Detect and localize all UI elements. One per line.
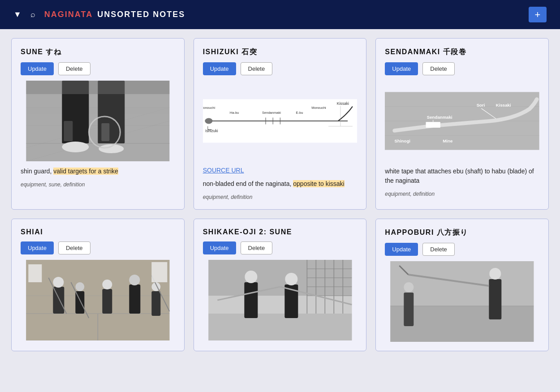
sune-image-wrapper (21, 81, 175, 161)
svg-text:Mine: Mine (443, 138, 453, 143)
happoburi-image-wrapper (385, 261, 539, 342)
ishizuki-delete-button[interactable]: Delete (241, 62, 273, 75)
svg-point-55 (102, 280, 112, 289)
svg-point-57 (129, 275, 140, 285)
svg-rect-37 (426, 122, 440, 128)
card-shiai-buttons: Update Delete (21, 241, 175, 254)
filter-icon[interactable]: ▼ (13, 10, 22, 19)
card-shiai-title: SHIAI (21, 228, 175, 236)
sendanmaki-image-wrapper: Sendanmaki Sori Shinogi Mine Kissaki (385, 81, 539, 161)
sendanmaki-tags: equipment, definition (385, 191, 539, 197)
svg-rect-63 (28, 264, 42, 282)
svg-text:E-bu: E-bu (296, 111, 303, 115)
svg-point-92 (404, 282, 414, 292)
svg-text:Ishizuki: Ishizuki (205, 129, 218, 133)
svg-text:Monouchi: Monouchi (311, 106, 326, 110)
happoburi-image (385, 261, 539, 342)
svg-rect-11 (64, 121, 73, 141)
svg-point-9 (62, 142, 89, 152)
shiai-image (21, 260, 175, 340)
svg-text:Sendanmaki: Sendanmaki (262, 111, 281, 115)
svg-point-17 (205, 118, 212, 124)
svg-point-81 (285, 273, 297, 285)
ishizuki-diagram: Kissaki Monouchi Monouchi Ha-bu Sendanma… (203, 81, 358, 161)
svg-text:Sendanmaki: Sendanmaki (427, 115, 452, 120)
header-title: NAGINATA UNSORTED NOTES (44, 10, 185, 19)
shikake-update-button[interactable]: Update (203, 241, 236, 254)
cards-grid: SUNE すね Update Delete (11, 38, 549, 351)
card-sune-buttons: Update Delete (21, 62, 175, 75)
card-ishizuki: ISHIZUKI 石突 Update Delete (194, 38, 367, 210)
svg-point-53 (75, 282, 84, 291)
happoburi-delete-button[interactable]: Delete (422, 243, 455, 256)
sune-update-button[interactable]: Update (21, 62, 54, 75)
sendanmaki-description: white tape that attaches ebu (shaft) to … (385, 167, 539, 185)
svg-text:Ha-bu: Ha-bu (229, 111, 238, 115)
card-happoburi-title: HAPPOBURI 八方振り (385, 228, 539, 237)
ishizuki-description: non-bladed end of the naginata, opposite… (203, 179, 358, 189)
card-ishizuki-title: ISHIZUKI 石突 (203, 47, 358, 57)
card-shiai: SHIAI Update Delete (11, 219, 185, 351)
svg-rect-67 (208, 314, 352, 340)
card-ishizuki-buttons: Update Delete (203, 62, 358, 75)
svg-text:Sori: Sori (477, 103, 485, 108)
svg-rect-78 (244, 282, 258, 318)
ishizuki-tags: equipment, definition (203, 194, 358, 200)
card-sune: SUNE すね Update Delete (11, 38, 185, 210)
sune-delete-button[interactable]: Delete (58, 62, 90, 75)
shikake-delete-button[interactable]: Delete (241, 241, 273, 254)
svg-rect-91 (404, 293, 414, 326)
search-icon[interactable]: ⌕ (30, 10, 35, 19)
svg-point-51 (53, 277, 64, 288)
shiai-delete-button[interactable]: Delete (58, 241, 90, 254)
card-happoburi: HAPPOBURI 八方振り Update Delete (375, 219, 549, 351)
sune-description: shin guard, valid targets for a strike (21, 167, 175, 176)
card-shikake-buttons: Update Delete (203, 241, 358, 254)
ishizuki-image-wrapper: Kissaki Monouchi Monouchi Ha-bu Sendanma… (203, 81, 358, 161)
card-shikake-title: SHIKAKE-OJI 2: SUNE (203, 228, 358, 236)
sendanmaki-delete-button[interactable]: Delete (422, 62, 455, 75)
sune-image (21, 81, 175, 161)
sendanmaki-update-button[interactable]: Update (385, 62, 418, 75)
card-sune-title: SUNE すね (21, 47, 175, 57)
svg-text:Monouchi: Monouchi (203, 106, 215, 110)
main-content: SUNE すね Update Delete (0, 29, 560, 360)
svg-rect-54 (102, 289, 112, 314)
shiai-image-wrapper (21, 260, 175, 340)
svg-rect-12 (101, 123, 109, 141)
add-button[interactable]: + (529, 7, 547, 22)
card-happoburi-buttons: Update Delete (385, 243, 539, 256)
shikake-image-wrapper (203, 260, 358, 340)
sune-tags: equipment, sune, definition (21, 181, 175, 188)
shiai-update-button[interactable]: Update (21, 241, 54, 254)
card-sendanmaki-title: SENDANMAKI 千段巻 (385, 47, 539, 57)
header: ▼ ⌕ NAGINATA UNSORTED NOTES + (0, 0, 560, 29)
svg-point-89 (490, 268, 501, 280)
svg-rect-88 (489, 279, 502, 319)
svg-point-79 (245, 271, 257, 283)
svg-text:Kissaki: Kissaki (336, 101, 349, 106)
svg-text:Shinogi: Shinogi (395, 138, 411, 143)
brand-label: NAGINATA (44, 10, 93, 19)
subtitle-label: UNSORTED NOTES (97, 10, 185, 19)
card-sendanmaki-buttons: Update Delete (385, 62, 539, 75)
sendanmaki-image: Sendanmaki Sori Shinogi Mine Kissaki (385, 81, 539, 161)
ishizuki-update-button[interactable]: Update (203, 62, 236, 75)
svg-rect-14 (26, 81, 169, 94)
card-sendanmaki: SENDANMAKI 千段巻 Update Delete (375, 38, 549, 210)
header-icons: ▼ ⌕ (13, 10, 35, 19)
svg-rect-58 (151, 291, 160, 316)
ishizuki-source-url[interactable]: SOURCE URL (203, 167, 358, 174)
card-shikake-oji-2: SHIKAKE-OJI 2: SUNE Update Delete (194, 219, 367, 351)
svg-rect-56 (129, 284, 140, 314)
shikake-image (203, 260, 358, 340)
svg-rect-64 (151, 262, 167, 282)
happoburi-update-button[interactable]: Update (385, 243, 418, 256)
svg-text:Kissaki: Kissaki (496, 103, 511, 108)
